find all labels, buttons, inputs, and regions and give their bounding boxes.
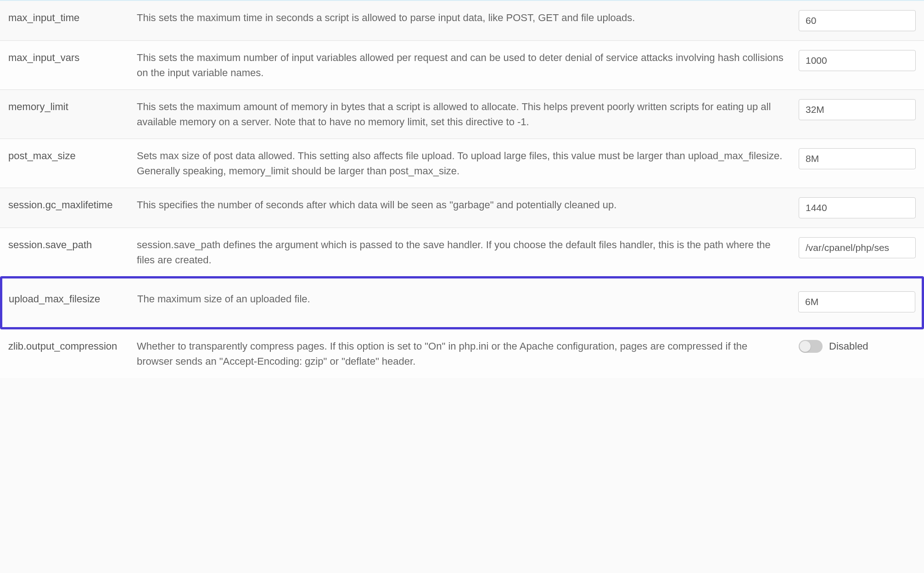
max-input-vars-input[interactable] bbox=[799, 50, 916, 71]
session-gc-maxlifetime-input[interactable] bbox=[799, 197, 916, 218]
memory-limit-input[interactable] bbox=[799, 99, 916, 120]
setting-row-post-max-size: post_max_size Sets max size of post data… bbox=[0, 139, 924, 188]
setting-description: This sets the maximum number of input va… bbox=[137, 50, 799, 80]
setting-row-zlib-output-compression: zlib.output_compression Whether to trans… bbox=[0, 329, 924, 378]
zlib-output-compression-toggle[interactable] bbox=[799, 340, 823, 353]
setting-name: upload_max_filesize bbox=[9, 291, 137, 306]
setting-value-cell bbox=[799, 10, 916, 31]
setting-row-max-input-time: max_input_time This sets the maximum tim… bbox=[0, 1, 924, 41]
upload-max-filesize-input[interactable] bbox=[798, 291, 915, 312]
setting-value-cell bbox=[798, 291, 915, 312]
setting-value-cell bbox=[799, 50, 916, 71]
setting-description: session.save_path defines the argument w… bbox=[137, 237, 799, 267]
setting-name: post_max_size bbox=[8, 148, 137, 163]
setting-value-cell bbox=[799, 99, 916, 120]
session-save-path-input[interactable] bbox=[799, 237, 916, 258]
setting-description: Sets max size of post data allowed. This… bbox=[137, 148, 799, 178]
post-max-size-input[interactable] bbox=[799, 148, 916, 169]
setting-value-cell bbox=[799, 148, 916, 169]
max-input-time-input[interactable] bbox=[799, 10, 916, 31]
php-settings-table: max_input_time This sets the maximum tim… bbox=[0, 0, 924, 378]
setting-value-cell bbox=[799, 197, 916, 218]
setting-value-cell: Disabled bbox=[799, 339, 916, 354]
setting-name: zlib.output_compression bbox=[8, 339, 137, 354]
setting-description: This sets the maximum amount of memory i… bbox=[137, 99, 799, 129]
setting-row-memory-limit: memory_limit This sets the maximum amoun… bbox=[0, 90, 924, 139]
setting-description: This specifies the number of seconds aft… bbox=[137, 197, 799, 212]
setting-description: This sets the maximum time in seconds a … bbox=[137, 10, 799, 25]
toggle-state-label: Disabled bbox=[829, 339, 868, 354]
setting-row-session-gc-maxlifetime: session.gc_maxlifetime This specifies th… bbox=[0, 188, 924, 228]
setting-name: session.gc_maxlifetime bbox=[8, 197, 137, 212]
setting-row-session-save-path: session.save_path session.save_path defi… bbox=[0, 228, 924, 277]
setting-description: Whether to transparently compress pages.… bbox=[137, 339, 799, 369]
setting-name: session.save_path bbox=[8, 237, 137, 252]
setting-row-max-input-vars: max_input_vars This sets the maximum num… bbox=[0, 41, 924, 90]
setting-name: memory_limit bbox=[8, 99, 137, 114]
setting-description: The maximum size of an uploaded file. bbox=[137, 291, 798, 306]
setting-row-upload-max-filesize: upload_max_filesize The maximum size of … bbox=[0, 276, 924, 329]
setting-name: max_input_time bbox=[8, 10, 137, 25]
setting-value-cell bbox=[799, 237, 916, 258]
setting-name: max_input_vars bbox=[8, 50, 137, 65]
toggle-knob-icon bbox=[800, 341, 811, 352]
